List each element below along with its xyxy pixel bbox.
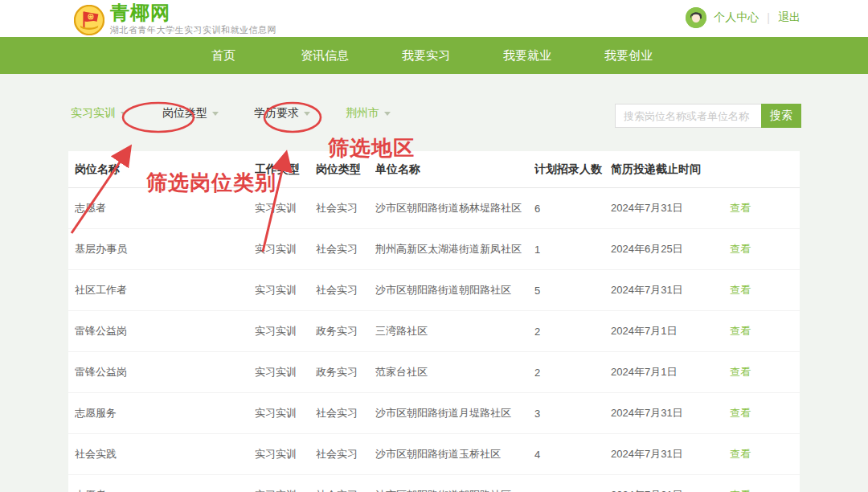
nav-item-startup[interactable]: 我要创业 <box>578 48 679 64</box>
cell-deadline: 2024年7月31日 <box>611 201 730 215</box>
filter-bar: 实习实训 岗位类型 学历要求 荆州市 <box>71 106 426 121</box>
logout-link[interactable]: 退出 <box>778 10 800 25</box>
table-row: 社区工作者 实习实训 社会实习 沙市区朝阳路街道朝阳路社区 5 2024年7月3… <box>68 270 800 311</box>
site-header: 青椰网 湖北省青年大学生实习实训和就业信息网 个人中心 | 退出 <box>0 0 868 37</box>
view-link[interactable]: 查看 <box>730 284 751 296</box>
cell-deadline: 2024年7月1日 <box>611 365 730 379</box>
cell-count: 1 <box>534 244 611 256</box>
table-row: 社会实践 实习实训 社会实习 沙市区朝阳路街道玉桥社区 4 2024年7月31日… <box>68 434 800 475</box>
cell-worktype: 实习实训 <box>255 406 316 420</box>
nav-item-internship[interactable]: 我要实习 <box>375 48 477 64</box>
cell-worktype: 实习实训 <box>255 242 316 256</box>
filter-dropdown-education[interactable]: 学历要求 <box>254 106 310 121</box>
cell-posttype: 社会实习 <box>316 201 375 215</box>
nav-item-news[interactable]: 资讯信息 <box>274 48 375 64</box>
cell-unit: 三湾路社区 <box>375 324 534 338</box>
cell-unit: 沙市区朝阳路街道朝阳路社区 <box>375 488 534 492</box>
cell-unit: 荆州高新区太湖港街道新凤社区 <box>375 242 534 256</box>
chevron-down-icon <box>304 112 310 116</box>
cell-unit: 沙市区朝阳路街道朝阳路社区 <box>375 283 534 297</box>
table-row: 志愿服务 实习实训 社会实习 沙市区朝阳路街道月堤路社区 3 2024年7月31… <box>68 393 800 434</box>
table-row: 志愿者 实习实训 社会实习 沙市区朝阳路街道杨林堤路社区 6 2024年7月31… <box>68 188 800 229</box>
view-link[interactable]: 查看 <box>730 448 751 460</box>
cell-deadline: 2024年7月1日 <box>611 324 730 338</box>
cell-worktype: 实习实训 <box>255 324 316 338</box>
view-link[interactable]: 查看 <box>730 202 751 214</box>
filter-label: 荆州市 <box>346 106 379 121</box>
chevron-down-icon <box>121 112 127 116</box>
main-nav: 首页 资讯信息 我要实习 我要就业 我要创业 <box>0 37 868 74</box>
cell-position: 雷锋公益岗 <box>75 365 255 379</box>
logo-text-block: 青椰网 湖北省青年大学生实习实训和就业信息网 <box>110 3 276 36</box>
cell-count: 2 <box>534 367 611 379</box>
cell-deadline: 2024年7月31日 <box>611 488 730 492</box>
filter-label: 学历要求 <box>254 106 299 121</box>
site-title: 青椰网 <box>110 3 276 23</box>
search-button[interactable]: 搜索 <box>761 104 801 128</box>
cell-unit: 沙市区朝阳路街道玉桥社区 <box>375 447 534 461</box>
cell-position: 志愿者 <box>75 488 255 492</box>
cell-position: 基层办事员 <box>75 242 255 256</box>
cell-posttype: 政务实习 <box>316 365 375 379</box>
job-table: 岗位名称 工作类型 岗位类型 单位名称 计划招录人数 简历投递截止时间 志愿者 … <box>68 151 800 492</box>
view-link[interactable]: 查看 <box>730 243 751 255</box>
user-avatar[interactable] <box>686 7 706 28</box>
site-logo[interactable]: 青椰网 湖北省青年大学生实习实训和就业信息网 <box>74 3 276 36</box>
filter-label: 实习实训 <box>71 106 116 121</box>
nav-item-home[interactable]: 首页 <box>173 48 274 64</box>
user-center-link[interactable]: 个人中心 <box>714 10 759 25</box>
cell-posttype: 社会实习 <box>316 283 375 297</box>
cell-deadline: 2024年7月31日 <box>611 406 730 420</box>
view-link[interactable]: 查看 <box>730 366 751 378</box>
cell-position: 志愿服务 <box>75 406 255 420</box>
cell-worktype: 实习实训 <box>255 488 316 492</box>
avatar-face-icon <box>686 7 706 28</box>
cell-position: 社会实践 <box>75 447 255 461</box>
cell-count: 6 <box>534 203 611 215</box>
header-user-area: 个人中心 | 退出 <box>686 7 800 28</box>
cell-position: 志愿者 <box>75 201 255 215</box>
view-link[interactable]: 查看 <box>730 325 751 337</box>
cell-worktype: 实习实训 <box>255 283 316 297</box>
cell-posttype: 社会实习 <box>316 488 375 492</box>
table-row: 雷锋公益岗 实习实训 政务实习 范家台社区 2 2024年7月1日 查看 <box>68 352 800 393</box>
col-header-count: 计划招录人数 <box>534 162 611 177</box>
nav-item-employment[interactable]: 我要就业 <box>477 48 578 64</box>
youth-league-emblem-icon <box>74 5 104 35</box>
col-header-position: 岗位名称 <box>75 162 255 177</box>
cell-posttype: 社会实习 <box>316 406 375 420</box>
table-row: 基层办事员 实习实训 社会实习 荆州高新区太湖港街道新凤社区 1 2024年6月… <box>68 229 800 270</box>
cell-posttype: 社会实习 <box>316 242 375 256</box>
cell-deadline: 2024年6月25日 <box>611 242 730 256</box>
filter-dropdown-shixishixun[interactable]: 实习实训 <box>71 106 127 121</box>
view-link[interactable]: 查看 <box>730 489 751 492</box>
cell-posttype: 政务实习 <box>316 324 375 338</box>
cell-count: 2 <box>534 326 611 338</box>
cell-deadline: 2024年7月31日 <box>611 447 730 461</box>
cell-position: 雷锋公益岗 <box>75 324 255 338</box>
cell-worktype: 实习实训 <box>255 447 316 461</box>
search-area: 搜索 <box>615 104 801 128</box>
cell-count: 4 <box>534 449 611 461</box>
cell-count: 4 <box>534 490 611 492</box>
cell-count: 5 <box>534 285 611 297</box>
filter-dropdown-city[interactable]: 荆州市 <box>346 106 391 121</box>
table-row: 雷锋公益岗 实习实训 政务实习 三湾路社区 2 2024年7月1日 查看 <box>68 311 800 352</box>
table-row-partial: 志愿者 实习实训 社会实习 沙市区朝阳路街道朝阳路社区 4 2024年7月31日… <box>68 475 800 492</box>
header-separator: | <box>767 11 770 24</box>
cell-worktype: 实习实训 <box>255 201 316 215</box>
page-content: 实习实训 岗位类型 学历要求 荆州市 搜索 岗位名称 工作类型 岗位类型 单位名… <box>0 74 868 492</box>
col-header-worktype: 工作类型 <box>255 162 316 177</box>
cell-count: 3 <box>534 408 611 420</box>
chevron-down-icon <box>384 112 391 116</box>
cell-unit: 沙市区朝阳路街道杨林堤路社区 <box>375 201 534 215</box>
site-subtitle: 湖北省青年大学生实习实训和就业信息网 <box>110 24 276 36</box>
search-input[interactable] <box>615 104 761 128</box>
filter-label: 岗位类型 <box>162 106 207 121</box>
table-header-row: 岗位名称 工作类型 岗位类型 单位名称 计划招录人数 简历投递截止时间 <box>68 151 800 188</box>
chevron-down-icon <box>212 112 219 116</box>
cell-posttype: 社会实习 <box>316 447 375 461</box>
view-link[interactable]: 查看 <box>730 407 751 419</box>
col-header-unit: 单位名称 <box>375 162 534 177</box>
filter-dropdown-post-type[interactable]: 岗位类型 <box>162 106 219 121</box>
